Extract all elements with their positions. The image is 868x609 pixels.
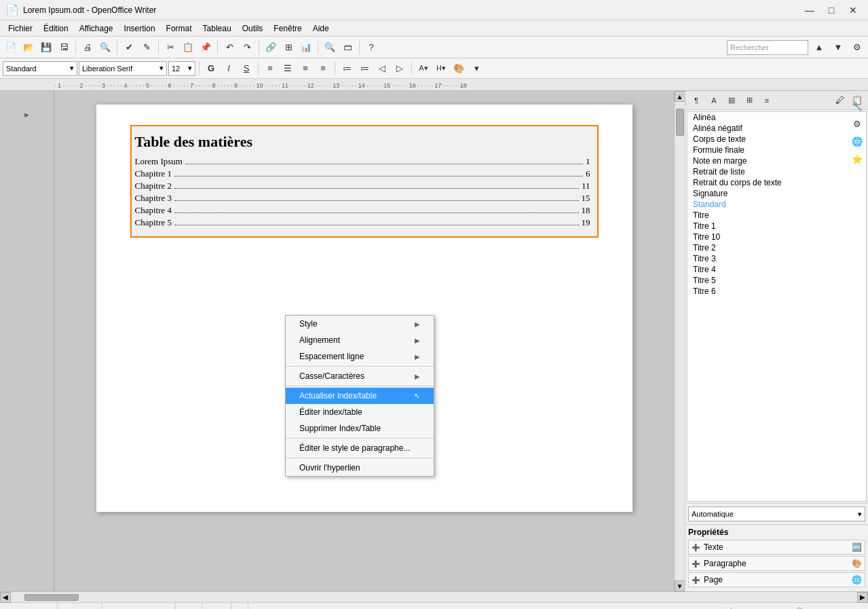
open-button[interactable]: 📂 [20,39,37,56]
bold-button[interactable]: G [203,60,219,77]
styles-auto-dropdown[interactable]: Automatique ▾ [688,506,865,521]
db-button[interactable]: 🗃 [339,39,356,56]
style-item-titre2[interactable]: Titre 2 [687,242,866,253]
h-scroll-left-button[interactable]: ◀ [0,592,11,603]
ctx-item-casse[interactable]: Casse/Caractères ▶ [286,368,434,384]
align-left-button[interactable]: ≡ [262,60,278,77]
new-button[interactable]: 📄 [3,39,19,56]
copy-button[interactable]: 📋 [180,39,196,56]
more-fmt[interactable]: ▾ [468,60,485,77]
bottom-scrollbar[interactable]: ◀ ▶ [0,591,868,602]
menu-fenetre[interactable]: Fenêtre [268,22,307,35]
indent-dec-button[interactable]: ◁ [374,60,390,77]
style-item-note[interactable]: Note en marge [687,155,866,166]
close-button[interactable]: ✕ [844,3,863,18]
prop-section-texte[interactable]: ➕ Texte 🔤 [688,540,865,555]
style-item-retrait-liste[interactable]: Retrait de liste [687,166,866,177]
rp-icon-3[interactable]: 🌐 [849,133,865,149]
spell-check2-button[interactable]: ✎ [138,39,155,56]
style-item-alinea[interactable]: Alinéa [687,112,866,123]
style-item-alinea-neg[interactable]: Alinéa négatif [687,123,866,134]
ctx-item-editer[interactable]: Éditer index/table [286,404,434,420]
document-area[interactable]: Table des matières Lorem Ipsum 1 Chapitr… [54,91,674,591]
cut-button[interactable]: ✂ [162,39,178,56]
size-dropdown[interactable]: 12 ▾ [168,61,195,76]
zoom-out-button[interactable]: − [744,606,760,610]
style-item-retrait-corps[interactable]: Retrait du corps de texte [687,177,866,188]
menu-aide[interactable]: Aide [307,22,335,35]
styles-icon-2[interactable]: A [706,92,722,109]
hyperlink-button[interactable]: 🔗 [263,39,279,56]
menu-insertion[interactable]: Insertion [119,22,161,35]
font-dropdown[interactable]: Liberation Serif ▾ [79,61,167,76]
align-justify-button[interactable]: ≡ [315,60,331,77]
indent-inc-button[interactable]: ▷ [392,60,408,77]
maximize-button[interactable]: □ [822,3,841,18]
rp-icon-1[interactable]: 🔧 [849,98,865,114]
ctx-item-supprimer[interactable]: Supprimer Index/Table [286,420,434,437]
search-options[interactable]: ⚙ [849,39,865,56]
search-box[interactable]: Rechercher [727,40,808,55]
italic-button[interactable]: I [221,60,237,77]
font-color-button[interactable]: A▾ [415,60,432,77]
save-button[interactable]: 💾 [38,39,54,56]
style-item-corps[interactable]: Corps de texte [687,134,866,145]
redo-button[interactable]: ↷ [239,39,255,56]
ctx-item-hyperlien[interactable]: Ouvrir l'hyperlien [286,460,434,476]
minimize-button[interactable]: — [800,3,819,18]
doc-scrollbar[interactable]: ▲ ▼ [674,91,685,591]
styles-icon-4[interactable]: ⊞ [741,92,757,109]
style-item-titre5[interactable]: Titre 5 [687,275,866,286]
style-dropdown[interactable]: Standard ▾ [3,61,77,76]
scroll-up-button[interactable]: ▲ [675,91,685,102]
style-item-titre[interactable]: Titre [687,210,866,221]
h-scroll-right-button[interactable]: ▶ [857,592,868,603]
menu-outils[interactable]: Outils [237,22,269,35]
highlight-button[interactable]: H▾ [433,60,449,77]
search-nav-prev[interactable]: ▲ [811,39,827,56]
style-item-titre10[interactable]: Titre 10 [687,232,866,242]
style-item-titre3[interactable]: Titre 3 [687,253,866,264]
style-item-formule[interactable]: Formule finale [687,145,866,155]
rp-icon-4[interactable]: ⭐ [849,151,865,167]
prop-section-paragraphe[interactable]: ➕ Paragraphe 🎨 [688,556,865,571]
styles-icon-3[interactable]: ▤ [723,92,740,109]
zoom-in-button[interactable]: + [820,606,836,610]
scroll-track[interactable] [675,102,685,580]
search-nav-next[interactable]: ▼ [830,39,846,56]
rp-icon-2[interactable]: ⚙ [849,115,865,132]
scroll-down-button[interactable]: ▼ [675,580,685,591]
menu-tableau[interactable]: Tableau [197,22,237,35]
panel-btn-1[interactable]: 🖊 [831,92,848,109]
table-button[interactable]: ⊞ [280,39,297,56]
ctx-item-style-par[interactable]: Éditer le style de paragraphe... [286,440,434,456]
style-item-standard[interactable]: Standard [687,199,866,210]
menu-edition[interactable]: Édition [38,22,74,35]
style-item-titre1[interactable]: Titre 1 [687,221,866,232]
preview-button[interactable]: 🔍 [97,39,113,56]
menu-format[interactable]: Format [161,22,197,35]
status-std[interactable]: STD [202,603,231,609]
prop-section-page[interactable]: ➕ Page 🌐 [688,572,865,587]
align-right-button[interactable]: ≡ [297,60,314,77]
spell-check-button[interactable]: ✔ [121,39,137,56]
h-scroll-track[interactable] [11,592,857,602]
help-button[interactable]: ? [363,39,379,56]
style-item-titre4[interactable]: Titre 4 [687,264,866,275]
style-item-titre6[interactable]: Titre 6 [687,286,866,297]
styles-icon-5[interactable]: ≡ [759,92,775,109]
style-item-signature[interactable]: Signature [687,188,866,199]
menu-affichage[interactable]: Affichage [74,22,119,35]
statusbar-icon-2[interactable]: 📄 [722,605,736,610]
styles-icon-1[interactable]: ¶ [688,92,704,109]
ctx-item-actualiser[interactable]: Actualiser index/table ↖ [286,388,434,404]
menu-fichier[interactable]: Fichier [3,22,38,35]
ctx-item-style[interactable]: Style ▶ [286,316,434,332]
bg-color-button[interactable]: 🎨 [451,60,467,77]
align-center-button[interactable]: ☰ [280,60,296,77]
h-scroll-thumb[interactable] [24,594,79,601]
list-num-button[interactable]: ≔ [339,60,355,77]
scroll-thumb[interactable] [676,109,684,136]
find-button[interactable]: 🔍 [322,39,338,56]
save-as-button[interactable]: 🖫 [56,39,72,56]
